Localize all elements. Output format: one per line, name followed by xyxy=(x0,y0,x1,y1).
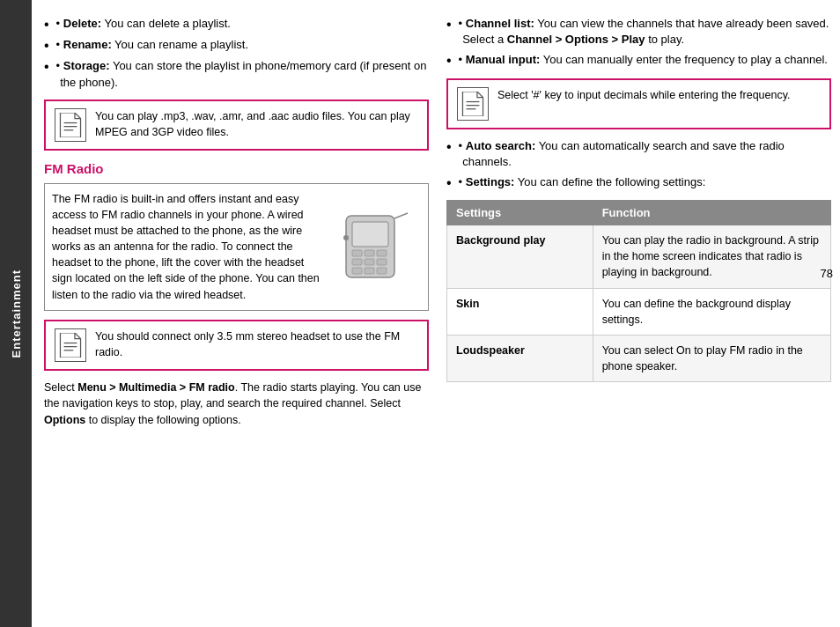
settings-table: Settings Function Background playYou can… xyxy=(446,200,831,382)
table-header-settings: Settings xyxy=(447,201,593,225)
phone-svg xyxy=(337,211,416,282)
svg-rect-6 xyxy=(352,250,362,256)
svg-rect-11 xyxy=(377,259,387,265)
fm-radio-title: FM Radio xyxy=(44,161,429,176)
document-icon xyxy=(58,113,83,137)
note-icon-3 xyxy=(457,87,489,121)
table-cell-setting: Skin xyxy=(447,288,593,335)
fm-description: The FM radio is built-in and offers inst… xyxy=(52,191,324,303)
table-cell-function: You can play the radio in background. A … xyxy=(593,225,830,288)
table-header-row: Settings Function xyxy=(447,201,831,225)
svg-rect-9 xyxy=(352,259,362,265)
table-row: SkinYou can define the background displa… xyxy=(447,288,831,335)
bottom-bullet-list-1: • Channel list: You can view the channel… xyxy=(446,16,831,70)
fm-box: The FM radio is built-in and offers inst… xyxy=(44,183,429,311)
svg-rect-8 xyxy=(377,250,387,256)
svg-rect-5 xyxy=(352,222,388,247)
page-number: 78 xyxy=(821,267,833,280)
list-item-auto-search: • Auto search: You can automatically sea… xyxy=(446,138,831,170)
note-box-3: Select '#' key to input decimals while e… xyxy=(446,78,831,129)
right-column: • Channel list: You can view the channel… xyxy=(446,16,831,382)
document-icon-3 xyxy=(461,92,485,116)
rename-text: You can rename a playlist. xyxy=(112,38,248,51)
settings-label: Settings: xyxy=(466,175,515,188)
list-item-settings: • Settings: You can define the following… xyxy=(446,174,831,191)
list-item-channel: • Channel list: You can view the channel… xyxy=(446,16,831,48)
manual-input-label: Manual input: xyxy=(466,53,541,66)
main-content: • Delete: You can delete a playlist. • R… xyxy=(32,0,840,627)
table-cell-function: You can select On to play FM radio in th… xyxy=(593,335,830,381)
rename-label: Rename: xyxy=(63,38,112,51)
list-item-manual: • Manual input: You can manually enter t… xyxy=(446,52,831,69)
delete-text: You can delete a playlist. xyxy=(101,17,231,30)
body-text: Select Menu > Multimedia > FM radio. The… xyxy=(44,380,429,429)
table-row: LoudspeakerYou can select On to play FM … xyxy=(447,335,831,381)
svg-marker-0 xyxy=(60,113,80,137)
note-icon-2 xyxy=(55,328,86,362)
right-column-wrapper: • Channel list: You can view the channel… xyxy=(446,16,831,618)
table-cell-function: You can define the background display se… xyxy=(593,288,830,335)
note-text-2: You should connect only 3.5 mm stereo he… xyxy=(95,328,418,360)
channel-list-label: Channel list: xyxy=(466,17,534,30)
storage-label: Storage: xyxy=(63,59,110,72)
list-item: • Storage: You can store the playlist in… xyxy=(44,58,429,90)
list-item: • Rename: You can rename a playlist. xyxy=(44,37,429,54)
note-icon-1 xyxy=(55,108,86,142)
note-text-1: You can play .mp3, .wav, .amr, and .aac … xyxy=(95,108,418,140)
svg-point-15 xyxy=(343,235,349,240)
sidebar-label: Entertainment xyxy=(10,269,23,358)
svg-marker-21 xyxy=(462,92,483,116)
auto-search-label: Auto search: xyxy=(466,139,535,152)
sidebar: Entertainment xyxy=(0,0,32,627)
note-text-3: Select '#' key to input decimals while e… xyxy=(497,87,791,103)
fm-phone-image xyxy=(333,191,421,303)
table-row: Background playYou can play the radio in… xyxy=(447,225,831,288)
svg-rect-13 xyxy=(365,268,374,274)
svg-line-16 xyxy=(394,213,408,218)
svg-rect-10 xyxy=(365,259,374,265)
document-icon-2 xyxy=(58,333,83,358)
note-box-2: You should connect only 3.5 mm stereo he… xyxy=(44,320,429,371)
svg-marker-17 xyxy=(60,333,80,358)
bottom-bullet-list-2: • Auto search: You can automatically sea… xyxy=(446,138,831,192)
svg-rect-14 xyxy=(377,268,387,274)
svg-rect-7 xyxy=(365,250,374,256)
delete-label: Delete: xyxy=(63,17,101,30)
manual-input-text: You can manually enter the frequency to … xyxy=(540,53,828,66)
note-box-1: You can play .mp3, .wav, .amr, and .aac … xyxy=(44,100,429,151)
table-header-function: Function xyxy=(593,201,830,225)
settings-text: You can define the following settings: xyxy=(514,175,705,188)
storage-text: You can store the playlist in phone/memo… xyxy=(60,59,426,88)
table-cell-setting: Background play xyxy=(447,225,593,288)
list-item: • Delete: You can delete a playlist. xyxy=(44,16,429,33)
svg-rect-12 xyxy=(352,268,362,274)
left-column: • Delete: You can delete a playlist. • R… xyxy=(44,16,429,618)
table-cell-setting: Loudspeaker xyxy=(447,335,593,381)
top-bullet-list: • Delete: You can delete a playlist. • R… xyxy=(44,16,429,91)
